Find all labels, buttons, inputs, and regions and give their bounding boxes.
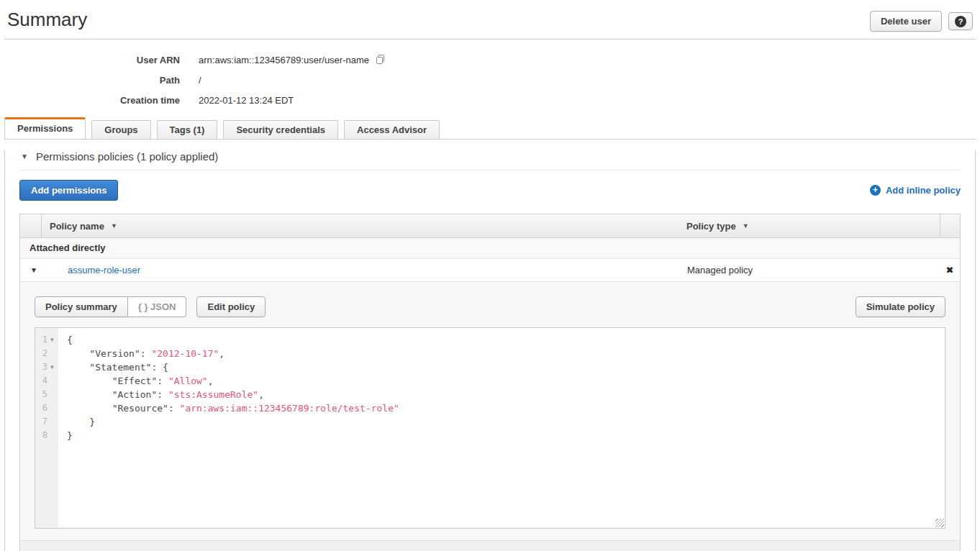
permissions-policies-section-toggle[interactable]: ▼ Permissions policies (1 policy applied…: [21, 150, 961, 163]
creation-time-label: Creation time: [4, 91, 180, 111]
view-toggle-group: Policy summary { } JSON: [35, 296, 186, 317]
policy-detail-panel: Policy summary { } JSON Edit policy Simu…: [20, 281, 960, 551]
json-view-button[interactable]: { } JSON: [128, 296, 187, 317]
fold-toggle-icon: [47, 388, 57, 401]
user-info: User ARN arn:aws:iam::123456789:user/use…: [4, 40, 976, 117]
page-header: Summary Delete user ?: [4, 0, 976, 40]
collapse-caret-icon: ▼: [21, 152, 28, 160]
row-expander-icon[interactable]: ▼: [20, 266, 42, 274]
policy-type-column-header[interactable]: Policy type ▼: [679, 214, 940, 237]
page-title: Summary: [4, 0, 976, 31]
fold-toggle-icon: [47, 401, 57, 415]
user-arn-label: User ARN: [4, 50, 180, 70]
policy-json-editor[interactable]: 1▼23▼45678 { "Version": "2012-10-17", "S…: [35, 327, 945, 529]
sort-arrow-icon: ▼: [743, 222, 749, 229]
policy-type-cell: Managed policy: [679, 265, 940, 276]
policy-name-column-header[interactable]: Policy name ▼: [42, 214, 679, 237]
copy-icon[interactable]: [375, 54, 386, 65]
header-actions: Delete user ?: [870, 11, 973, 32]
policy-name-link[interactable]: assume-role-user: [68, 265, 140, 276]
policy-table: Policy name ▼ Policy type ▼ Attached dir…: [19, 214, 961, 551]
sort-arrow-icon: ▼: [111, 222, 117, 229]
simulate-policy-button[interactable]: Simulate policy: [856, 296, 945, 317]
tab-access-advisor[interactable]: Access Advisor: [344, 120, 440, 139]
tab-permissions[interactable]: Permissions: [4, 117, 86, 139]
policy-detail-toolbar: Policy summary { } JSON Edit policy Simu…: [35, 296, 945, 317]
add-inline-policy-link[interactable]: + Add inline policy: [870, 185, 961, 196]
editor-resize-handle[interactable]: [935, 519, 944, 527]
path-label: Path: [4, 70, 180, 91]
fold-toggle-icon: [47, 347, 57, 360]
path-value: /: [199, 70, 201, 91]
policy-summary-button[interactable]: Policy summary: [35, 296, 128, 317]
add-permissions-button[interactable]: Add permissions: [19, 180, 118, 201]
editor-gutter: 1▼23▼45678: [35, 328, 58, 528]
user-arn-row: User ARN arn:aws:iam::123456789:user/use…: [4, 50, 976, 70]
creation-time-value: 2022-01-12 13:24 EDT: [199, 91, 294, 111]
tab-groups[interactable]: Groups: [91, 120, 150, 139]
tab-security-credentials[interactable]: Security credentials: [223, 120, 338, 139]
policy-detail-footer: [20, 540, 960, 551]
expander-column-header: [20, 214, 42, 237]
group-header-attached-directly: Attached directly: [20, 238, 960, 259]
user-arn-value: arn:aws:iam::123456789:user/user-name: [199, 50, 386, 70]
policy-table-row: ▼ assume-role-user Managed policy ✖: [20, 259, 960, 281]
creation-time-row: Creation time 2022-01-12 13:24 EDT: [4, 91, 976, 111]
help-button[interactable]: ?: [948, 12, 973, 30]
fold-toggle-icon: [47, 415, 57, 429]
permissions-tab-panel: ▼ Permissions policies (1 policy applied…: [4, 150, 976, 551]
tab-tags[interactable]: Tags (1): [157, 120, 218, 139]
fold-toggle-icon: [47, 374, 57, 388]
fold-toggle-icon: [47, 429, 57, 442]
policy-table-header: Policy name ▼ Policy type ▼: [20, 214, 960, 238]
tab-bar: Permissions Groups Tags (1) Security cre…: [4, 117, 976, 140]
policy-actions-row: Add permissions + Add inline policy: [19, 180, 961, 201]
help-icon: ?: [955, 16, 966, 27]
permissions-policies-title: Permissions policies (1 policy applied): [36, 150, 218, 163]
delete-user-button[interactable]: Delete user: [870, 11, 942, 32]
add-inline-policy-label: Add inline policy: [886, 185, 961, 196]
policy-name-cell: assume-role-user: [42, 265, 679, 276]
fold-toggle-icon[interactable]: ▼: [47, 360, 57, 374]
detach-column-header: [940, 214, 960, 237]
path-row: Path /: [4, 70, 976, 91]
editor-code[interactable]: { "Version": "2012-10-17", "Statement": …: [58, 328, 945, 528]
detach-policy-icon[interactable]: ✖: [940, 265, 960, 276]
edit-policy-button[interactable]: Edit policy: [196, 296, 266, 317]
plus-circle-icon: +: [870, 185, 881, 196]
section-divider: [19, 170, 961, 170]
fold-toggle-icon[interactable]: ▼: [47, 333, 57, 347]
